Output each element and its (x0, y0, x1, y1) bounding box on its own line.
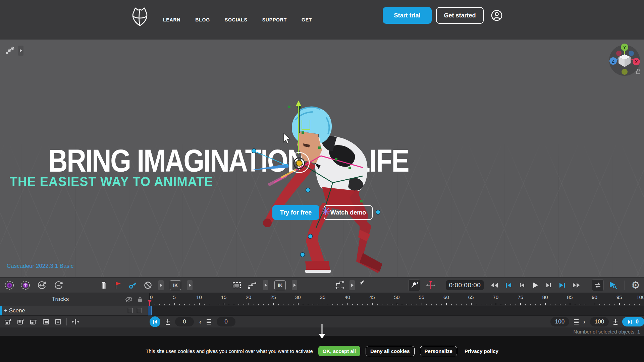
nav-socials[interactable]: SOCIALS (225, 17, 248, 22)
interval-stepper[interactable] (613, 319, 618, 325)
cookie-accept-button[interactable]: OK, accept all (318, 346, 360, 356)
gizmo-axis-x-label: X (635, 59, 638, 64)
ruler-label: 50 (394, 294, 400, 300)
nav-get[interactable]: GET (302, 17, 312, 22)
orientation-gizmo[interactable]: Y Z X (608, 43, 641, 76)
start-trial-button[interactable]: Start trial (383, 7, 432, 24)
play-icon[interactable] (532, 282, 539, 289)
timeline-toolbar: IK IK (0, 277, 644, 293)
playhead-tool-icon[interactable] (425, 280, 436, 290)
split-interval-icon[interactable] (71, 318, 79, 325)
ruler-label: 20 (246, 294, 251, 300)
skip-end-icon[interactable] (559, 282, 566, 288)
viewport-menu-arrow-icon[interactable] (18, 46, 23, 56)
empty-track-icon[interactable] (42, 318, 50, 325)
secondary-frame-field[interactable]: 0 (217, 317, 235, 326)
try-for-free-button[interactable]: Try for free (272, 205, 319, 220)
account-icon[interactable] (490, 9, 503, 22)
rig-graph-icon[interactable] (5, 46, 15, 55)
cycle-minus-icon[interactable] (54, 281, 64, 290)
interval-list-icon[interactable] (574, 319, 579, 324)
chevron-right-icon[interactable]: › (583, 318, 585, 325)
scene-playhead-block[interactable] (148, 306, 152, 315)
timecode-field[interactable]: 0:00:00:00 (446, 280, 484, 290)
add-track-below-icon[interactable] (17, 318, 25, 325)
watch-demo-button[interactable]: Watch demo (324, 205, 373, 220)
jump-end-chip[interactable]: 0 (622, 317, 644, 326)
scene-track-row[interactable]: + Scene (0, 306, 644, 315)
autopin-letter: A (417, 282, 418, 284)
settings-gear-icon[interactable]: ⚙ (631, 280, 640, 290)
step-back-icon[interactable] (519, 282, 525, 288)
cycle-horizontal-icon[interactable] (37, 281, 47, 290)
ruler-label: 0 (150, 294, 153, 300)
ruler-label: 25 (270, 294, 276, 300)
autopin-button[interactable]: A (408, 279, 420, 291)
frame-list-icon[interactable] (207, 319, 211, 324)
fast-forward-icon[interactable] (572, 282, 580, 288)
scene-checkbox-1[interactable] (128, 308, 133, 313)
flag-icon[interactable] (114, 281, 122, 290)
get-started-button[interactable]: Get started (436, 7, 484, 24)
site-header: LEARN BLOG SOCIALS SUPPORT GET Start tri… (0, 0, 644, 40)
remove-track-icon[interactable] (30, 318, 38, 325)
skip-start-icon[interactable] (505, 282, 512, 288)
scene-checkbox-2[interactable] (137, 308, 142, 313)
trajectory-dropdown-arrow-icon[interactable] (263, 280, 268, 290)
cascadeur-logo-icon[interactable] (130, 6, 150, 29)
ik-secondary-dropdown-arrow-icon[interactable] (292, 280, 297, 290)
interval-start-field[interactable]: 100 (550, 317, 569, 326)
prohibit-dropdown-arrow-icon[interactable] (158, 280, 164, 290)
nav-support[interactable]: SUPPORT (262, 17, 287, 22)
rewind-icon[interactable] (490, 282, 498, 288)
step-forward-icon[interactable] (545, 282, 552, 288)
frame-stepper[interactable] (166, 319, 170, 325)
play-with-key-icon[interactable] (608, 281, 618, 290)
add-track-above-icon[interactable] (4, 318, 12, 325)
scene-track-label[interactable]: + Scene (4, 307, 25, 314)
cookie-deny-button[interactable]: Deny all cookies (366, 346, 415, 356)
ik-mode-button[interactable]: IK (170, 280, 181, 290)
viewport-3d[interactable]: BRING IMAGINATION TO LIFE THE EASIEST WA… (0, 40, 644, 277)
ruler-label: 15 (221, 294, 227, 300)
visibility-off-icon[interactable] (125, 296, 133, 302)
nav-blog[interactable]: BLOG (195, 17, 210, 22)
cookie-banner: This site uses cookies and gives you con… (0, 346, 644, 356)
ik-secondary-button[interactable]: IK (274, 280, 286, 290)
jump-start-button[interactable] (150, 316, 160, 327)
current-frame-field[interactable]: 0 (175, 317, 194, 326)
cookie-personalize-button[interactable]: Personalize (420, 346, 457, 356)
import-track-icon[interactable] (54, 318, 62, 325)
tracks-header-label: Tracks (0, 296, 121, 303)
ik-dropdown-arrow-icon[interactable] (187, 280, 193, 290)
main-nav: LEARN BLOG SOCIALS SUPPORT GET (163, 0, 312, 40)
trajectory-icon[interactable] (248, 281, 257, 290)
ruler-label: 90 (592, 294, 597, 300)
cursor-tool-icon[interactable] (360, 280, 365, 286)
gizmo-lock-icon (637, 69, 640, 74)
ruler-label: 5 (173, 294, 176, 300)
ruler-major-ticks (150, 303, 644, 305)
interpolation-orb-up-icon[interactable] (21, 281, 30, 290)
privacy-policy-link[interactable]: Privacy policy (465, 348, 498, 354)
path-arrows-icon[interactable] (335, 280, 345, 290)
interval-end-field[interactable]: 100 (590, 317, 609, 326)
chevron-left-icon[interactable]: ‹ (199, 318, 201, 325)
cookie-message: This site uses cookies and gives you con… (146, 348, 313, 354)
nav-learn[interactable]: LEARN (163, 17, 180, 22)
key-icon[interactable] (128, 281, 138, 290)
interpolation-orb-icon[interactable] (5, 281, 14, 290)
timeline-ruler[interactable]: 0510152025303540455055606570758085909510… (150, 293, 644, 306)
lock-icon[interactable] (138, 296, 143, 302)
prohibit-icon[interactable] (144, 281, 152, 290)
tracks-panel: Tracks (0, 293, 150, 306)
scroll-down-arrow-icon[interactable] (317, 323, 327, 339)
ruler-label: 100 (636, 294, 644, 300)
gizmo-axis-y-label: Y (623, 45, 626, 50)
track-marker-icon[interactable] (99, 281, 108, 290)
scene-selected-accent (0, 306, 2, 315)
ruler-label: 40 (344, 294, 350, 300)
loop-playback-button[interactable] (592, 279, 604, 291)
selection-box-icon[interactable] (232, 281, 241, 290)
path-dropdown-arrow-icon[interactable] (350, 280, 355, 290)
